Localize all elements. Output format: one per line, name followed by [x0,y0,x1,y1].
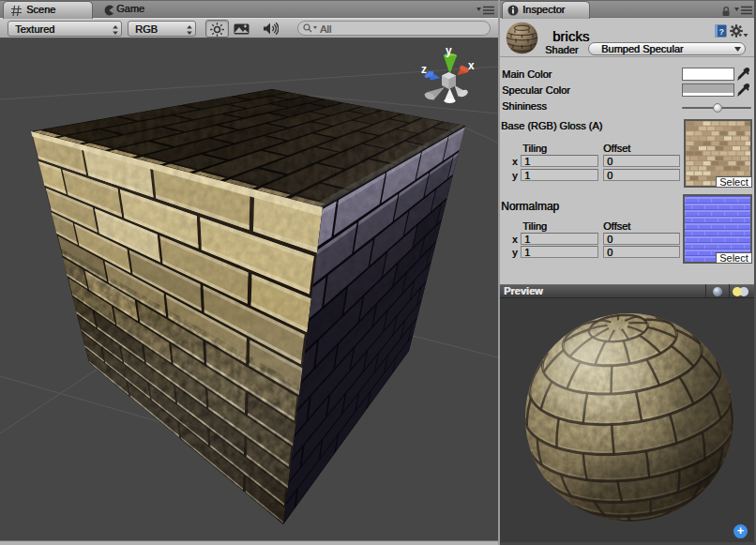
svg-text:z: z [421,63,427,76]
svg-text:x: x [468,59,475,72]
svg-text:?: ? [718,27,724,37]
svg-text:y: y [446,44,452,57]
